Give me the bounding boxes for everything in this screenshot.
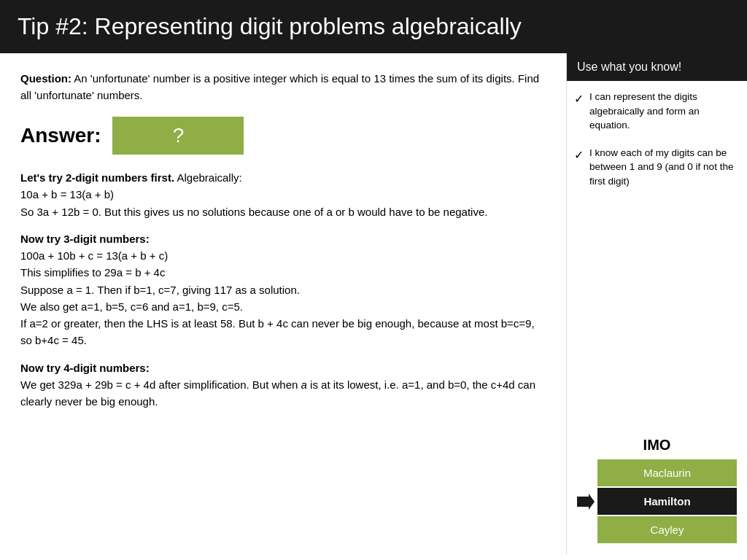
check-item-1: ✓ I can represent the digits algebraical… bbox=[574, 90, 740, 133]
section2-title: Now try 3-digit numbers: bbox=[20, 233, 150, 245]
section1-title: Let's try 2-digit numbers first. bbox=[20, 171, 174, 184]
question-block: Question: An 'unfortunate' number is a p… bbox=[20, 71, 546, 104]
section-2digit: Let's try 2-digit numbers first. Algebra… bbox=[20, 169, 546, 220]
use-what-box: Use what you know! bbox=[567, 53, 747, 81]
checkmark-1: ✓ bbox=[574, 90, 584, 107]
level-cayley: Cayley bbox=[597, 516, 737, 543]
section3-body: We get 329a + 29b = c + 4d after simplif… bbox=[20, 378, 535, 408]
left-content: Question: An 'unfortunate' number is a p… bbox=[0, 53, 566, 555]
answer-placeholder: ? bbox=[173, 120, 185, 151]
check-text-1: I can represent the digits algebraically… bbox=[589, 90, 740, 133]
arrow-icon bbox=[577, 494, 595, 510]
imo-title: IMO bbox=[643, 437, 671, 454]
question-text: An 'unfortunate' number is a positive in… bbox=[20, 72, 539, 101]
level-maclaurin: Maclaurin bbox=[597, 459, 737, 486]
imo-wrapper: Maclaurin Hamilton bbox=[577, 459, 737, 543]
main-layout: Question: An 'unfortunate' number is a p… bbox=[0, 53, 747, 555]
section-3digit: Now try 3-digit numbers: 100a + 10b + c … bbox=[20, 230, 546, 349]
question-label: Question: bbox=[20, 72, 71, 85]
hamilton-label: Hamilton bbox=[643, 495, 690, 508]
svg-marker-0 bbox=[577, 494, 595, 510]
answer-block: Answer: ? bbox=[20, 117, 546, 155]
page-header: Tip #2: Representing digit problems alge… bbox=[0, 0, 747, 53]
right-panel: Use what you know! ✓ I can represent the… bbox=[566, 53, 747, 555]
page-title: Tip #2: Representing digit problems alge… bbox=[18, 13, 522, 39]
section-4digit: Now try 4-digit numbers: We get 329a + 2… bbox=[20, 359, 546, 411]
check-item-2: ✓ I know each of my digits can be betwee… bbox=[574, 146, 740, 189]
section2-body: 100a + 10b + c = 13(a + b + c)This simpl… bbox=[20, 249, 535, 346]
answer-label: Answer: bbox=[20, 120, 101, 151]
checkmark-2: ✓ bbox=[574, 147, 584, 163]
section3-title: Now try 4-digit numbers: bbox=[20, 362, 150, 374]
maclaurin-label: Maclaurin bbox=[643, 467, 691, 479]
answer-box[interactable]: ? bbox=[112, 117, 244, 155]
level-hamilton: Hamilton bbox=[597, 488, 737, 515]
check-text-2: I know each of my digits can be between … bbox=[589, 146, 740, 189]
use-what-title: Use what you know! bbox=[577, 61, 681, 73]
imo-section: IMO Maclaurin bbox=[567, 429, 747, 555]
cayley-label: Cayley bbox=[651, 524, 684, 536]
checklist: ✓ I can represent the digits algebraical… bbox=[567, 81, 747, 429]
